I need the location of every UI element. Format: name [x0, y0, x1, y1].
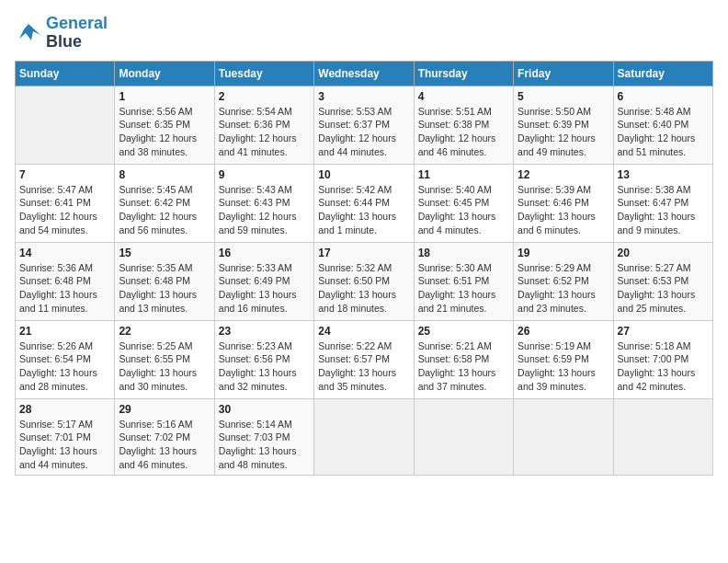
- day-info: Sunrise: 5:51 AMSunset: 6:38 PMDaylight:…: [418, 105, 509, 159]
- day-number: 24: [318, 325, 409, 338]
- calendar-cell: 6 Sunrise: 5:48 AMSunset: 6:40 PMDayligh…: [613, 86, 712, 164]
- day-number: 20: [618, 247, 709, 259]
- calendar-cell: 2 Sunrise: 5:54 AMSunset: 6:36 PMDayligh…: [214, 86, 313, 164]
- calendar-cell: 7 Sunrise: 5:47 AMSunset: 6:41 PMDayligh…: [16, 164, 115, 242]
- day-info: Sunrise: 5:40 AMSunset: 6:45 PMDaylight:…: [418, 183, 509, 237]
- weekday-header-saturday: Saturday: [613, 61, 712, 86]
- day-info: Sunrise: 5:35 AMSunset: 6:48 PMDaylight:…: [119, 261, 210, 316]
- day-number: 16: [219, 247, 310, 259]
- day-number: 27: [618, 325, 709, 338]
- day-number: 17: [318, 247, 409, 259]
- day-number: 29: [119, 403, 210, 416]
- day-number: 8: [119, 168, 210, 181]
- calendar-cell: 20 Sunrise: 5:27 AMSunset: 6:53 PMDaylig…: [613, 242, 712, 320]
- day-number: 10: [318, 168, 409, 181]
- calendar-cell: 22 Sunrise: 5:25 AMSunset: 6:55 PMDaylig…: [115, 320, 214, 398]
- calendar-table: SundayMondayTuesdayWednesdayThursdayFrid…: [15, 61, 713, 477]
- day-number: 26: [518, 325, 609, 338]
- svg-marker-0: [19, 24, 40, 40]
- day-number: 25: [418, 325, 509, 338]
- calendar-cell: 27 Sunrise: 5:18 AMSunset: 7:00 PMDaylig…: [613, 320, 712, 398]
- weekday-header-thursday: Thursday: [414, 61, 513, 86]
- day-number: 19: [518, 247, 609, 259]
- calendar-cell: 28 Sunrise: 5:17 AMSunset: 7:01 PMDaylig…: [16, 398, 115, 476]
- calendar-header: SundayMondayTuesdayWednesdayThursdayFrid…: [16, 61, 713, 86]
- calendar-cell: 19 Sunrise: 5:29 AMSunset: 6:52 PMDaylig…: [514, 242, 613, 320]
- day-number: 5: [518, 90, 609, 103]
- day-info: Sunrise: 5:36 AMSunset: 6:48 PMDaylight:…: [19, 261, 110, 316]
- calendar-cell: 12 Sunrise: 5:39 AMSunset: 6:46 PMDaylig…: [514, 164, 613, 242]
- weekday-header-sunday: Sunday: [16, 61, 115, 86]
- calendar-cell: [16, 86, 115, 164]
- day-info: Sunrise: 5:25 AMSunset: 6:55 PMDaylight:…: [119, 339, 210, 394]
- day-number: 14: [19, 247, 110, 259]
- calendar-cell: 8 Sunrise: 5:45 AMSunset: 6:42 PMDayligh…: [115, 164, 214, 242]
- day-number: 1: [119, 90, 210, 103]
- weekday-header-friday: Friday: [514, 61, 613, 86]
- calendar-week-2: 7 Sunrise: 5:47 AMSunset: 6:41 PMDayligh…: [16, 164, 713, 242]
- day-number: 28: [19, 403, 110, 416]
- day-info: Sunrise: 5:22 AMSunset: 6:57 PMDaylight:…: [318, 339, 409, 394]
- day-info: Sunrise: 5:47 AMSunset: 6:41 PMDaylight:…: [19, 183, 110, 237]
- day-number: 30: [219, 403, 310, 416]
- calendar-week-5: 28 Sunrise: 5:17 AMSunset: 7:01 PMDaylig…: [16, 398, 713, 476]
- calendar-cell: 17 Sunrise: 5:32 AMSunset: 6:50 PMDaylig…: [314, 242, 414, 320]
- day-number: 7: [19, 168, 110, 181]
- calendar-cell: [514, 398, 613, 476]
- calendar-cell: [613, 398, 712, 476]
- day-info: Sunrise: 5:38 AMSunset: 6:47 PMDaylight:…: [618, 183, 709, 237]
- calendar-cell: [314, 398, 414, 476]
- day-number: 21: [19, 325, 110, 338]
- day-number: 6: [618, 90, 709, 103]
- day-number: 22: [119, 325, 210, 338]
- calendar-cell: 10 Sunrise: 5:42 AMSunset: 6:44 PMDaylig…: [314, 164, 414, 242]
- calendar-cell: 25 Sunrise: 5:21 AMSunset: 6:58 PMDaylig…: [414, 320, 513, 398]
- calendar-week-4: 21 Sunrise: 5:26 AMSunset: 6:54 PMDaylig…: [16, 320, 713, 398]
- day-number: 23: [219, 325, 310, 338]
- day-info: Sunrise: 5:50 AMSunset: 6:39 PMDaylight:…: [518, 105, 609, 159]
- weekday-header-wednesday: Wednesday: [314, 61, 414, 86]
- calendar-cell: 4 Sunrise: 5:51 AMSunset: 6:38 PMDayligh…: [414, 86, 513, 164]
- calendar-cell: [414, 398, 513, 476]
- logo-text: General Blue: [46, 15, 108, 52]
- calendar-cell: 18 Sunrise: 5:30 AMSunset: 6:51 PMDaylig…: [414, 242, 513, 320]
- day-info: Sunrise: 5:18 AMSunset: 7:00 PMDaylight:…: [618, 339, 709, 394]
- day-info: Sunrise: 5:39 AMSunset: 6:46 PMDaylight:…: [518, 183, 609, 237]
- day-info: Sunrise: 5:54 AMSunset: 6:36 PMDaylight:…: [219, 105, 310, 159]
- calendar-cell: 9 Sunrise: 5:43 AMSunset: 6:43 PMDayligh…: [214, 164, 313, 242]
- day-number: 12: [518, 168, 609, 181]
- day-number: 2: [219, 90, 310, 103]
- day-info: Sunrise: 5:42 AMSunset: 6:44 PMDaylight:…: [318, 183, 409, 237]
- calendar-cell: 15 Sunrise: 5:35 AMSunset: 6:48 PMDaylig…: [115, 242, 214, 320]
- day-info: Sunrise: 5:27 AMSunset: 6:53 PMDaylight:…: [618, 261, 709, 316]
- calendar-week-1: 1 Sunrise: 5:56 AMSunset: 6:35 PMDayligh…: [16, 86, 713, 164]
- logo-icon: [15, 22, 42, 44]
- calendar-cell: 3 Sunrise: 5:53 AMSunset: 6:37 PMDayligh…: [314, 86, 414, 164]
- calendar-cell: 26 Sunrise: 5:19 AMSunset: 6:59 PMDaylig…: [514, 320, 613, 398]
- day-info: Sunrise: 5:19 AMSunset: 6:59 PMDaylight:…: [518, 339, 609, 394]
- day-info: Sunrise: 5:26 AMSunset: 6:54 PMDaylight:…: [19, 339, 110, 394]
- day-number: 11: [418, 168, 509, 181]
- calendar-cell: 30 Sunrise: 5:14 AMSunset: 7:03 PMDaylig…: [214, 398, 313, 476]
- day-info: Sunrise: 5:48 AMSunset: 6:40 PMDaylight:…: [618, 105, 709, 159]
- day-number: 4: [418, 90, 509, 103]
- calendar-cell: 29 Sunrise: 5:16 AMSunset: 7:02 PMDaylig…: [115, 398, 214, 476]
- weekday-header-monday: Monday: [115, 61, 214, 86]
- day-info: Sunrise: 5:45 AMSunset: 6:42 PMDaylight:…: [119, 183, 210, 237]
- day-info: Sunrise: 5:16 AMSunset: 7:02 PMDaylight:…: [119, 418, 210, 472]
- day-info: Sunrise: 5:33 AMSunset: 6:49 PMDaylight:…: [219, 261, 310, 316]
- calendar-cell: 14 Sunrise: 5:36 AMSunset: 6:48 PMDaylig…: [16, 242, 115, 320]
- day-info: Sunrise: 5:43 AMSunset: 6:43 PMDaylight:…: [219, 183, 310, 237]
- calendar-cell: 21 Sunrise: 5:26 AMSunset: 6:54 PMDaylig…: [16, 320, 115, 398]
- day-info: Sunrise: 5:17 AMSunset: 7:01 PMDaylight:…: [19, 418, 110, 472]
- logo: General Blue: [15, 15, 108, 52]
- day-number: 15: [119, 247, 210, 259]
- calendar-cell: 16 Sunrise: 5:33 AMSunset: 6:49 PMDaylig…: [214, 242, 313, 320]
- day-number: 9: [219, 168, 310, 181]
- day-info: Sunrise: 5:14 AMSunset: 7:03 PMDaylight:…: [219, 418, 310, 472]
- calendar-week-3: 14 Sunrise: 5:36 AMSunset: 6:48 PMDaylig…: [16, 242, 713, 320]
- day-info: Sunrise: 5:32 AMSunset: 6:50 PMDaylight:…: [318, 261, 409, 316]
- day-number: 18: [418, 247, 509, 259]
- day-info: Sunrise: 5:29 AMSunset: 6:52 PMDaylight:…: [518, 261, 609, 316]
- day-info: Sunrise: 5:53 AMSunset: 6:37 PMDaylight:…: [318, 105, 409, 159]
